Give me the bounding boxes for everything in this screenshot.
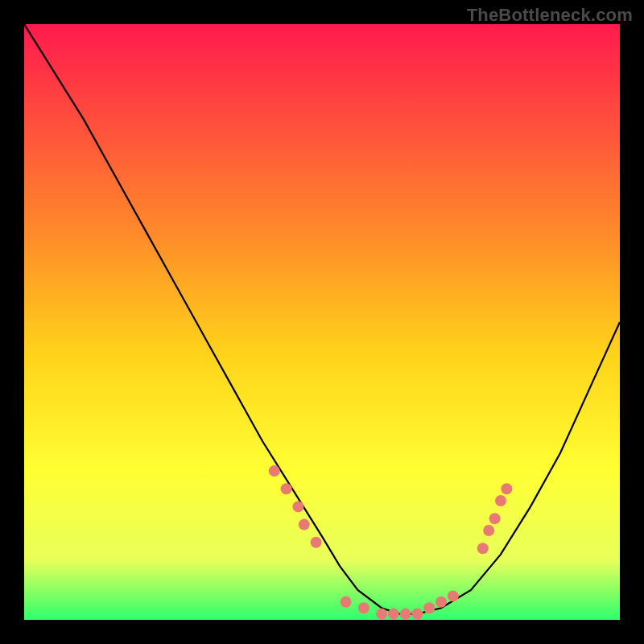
highlight-dot — [292, 501, 303, 512]
highlight-dot — [423, 602, 435, 613]
highlight-dot — [501, 483, 512, 494]
highlight-dot — [436, 597, 447, 608]
highlight-dot — [411, 609, 423, 620]
bottleneck-chart — [24, 24, 620, 620]
plot-area — [24, 24, 620, 620]
chart-frame: TheBottleneck.com — [0, 0, 644, 644]
watermark-text: TheBottleneck.com — [467, 5, 633, 26]
highlight-dot — [477, 543, 489, 554]
gradient-background — [24, 24, 620, 620]
highlight-dot — [299, 519, 310, 530]
highlight-dot — [281, 483, 292, 494]
highlight-dot — [311, 537, 322, 548]
highlight-dot — [483, 525, 494, 536]
highlight-dot — [341, 597, 352, 608]
highlight-dot — [376, 609, 387, 620]
highlight-dot — [489, 513, 501, 524]
highlight-dot — [448, 590, 459, 601]
highlight-dot — [400, 609, 411, 620]
highlight-dot — [388, 609, 399, 620]
highlight-dot — [358, 602, 369, 613]
highlight-dot — [269, 465, 280, 477]
highlight-dot — [495, 495, 506, 506]
